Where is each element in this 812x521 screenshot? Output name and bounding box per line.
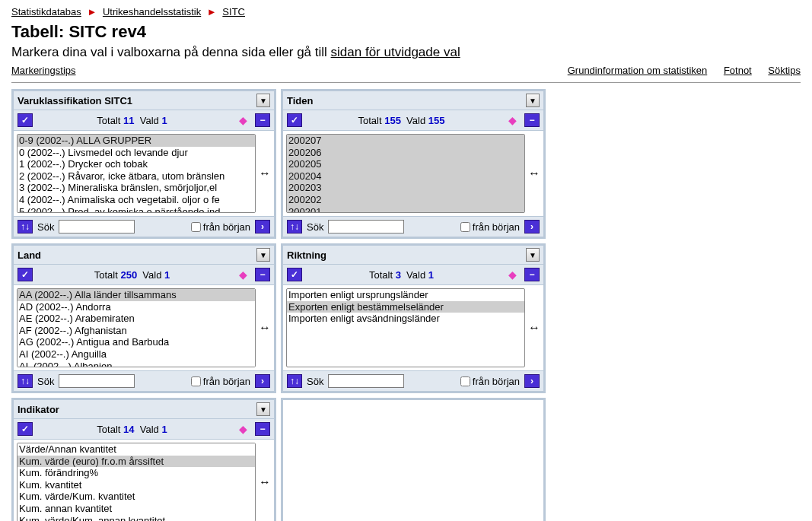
chevron-down-icon[interactable]: ▼ xyxy=(526,94,540,107)
sort-button[interactable]: ↑↓ xyxy=(18,220,33,233)
list-item[interactable]: Exporten enligt bestämmelseländer xyxy=(287,301,524,313)
expand-icon[interactable]: ↔ xyxy=(259,167,271,180)
panel-title: Varuklassifikation SITC1 xyxy=(18,95,256,106)
list-item[interactable]: 200205 xyxy=(287,158,524,170)
list-item[interactable]: AF (2002--.) Afghanistan xyxy=(18,325,255,337)
panel-header: Tiden▼ xyxy=(283,91,543,110)
from-start-wrapper: från början xyxy=(191,376,250,387)
list-item[interactable]: AE (2002--.) Arabemiraten xyxy=(18,313,255,325)
basic-info-link[interactable]: Grundinformation om statistiken xyxy=(568,65,708,76)
chevron-down-icon[interactable]: ▼ xyxy=(526,248,540,262)
breadcrumb-link-2[interactable]: SITC xyxy=(222,6,245,17)
list-item[interactable]: Kum. värde/Kum. annan kvantitet xyxy=(18,515,255,521)
breadcrumb-link-1[interactable]: Utrikeshandelsstatistik xyxy=(103,6,201,17)
select-all-button[interactable]: ✓ xyxy=(18,422,33,436)
search-input[interactable] xyxy=(59,220,135,233)
list-item[interactable]: Importen enligt avsändningsländer xyxy=(287,313,524,325)
list-item[interactable]: AD (2002--.) Andorra xyxy=(18,301,255,313)
value-listbox[interactable]: Värde/Annan kvantitetKum. värde (euro) f… xyxy=(17,443,256,521)
list-item[interactable]: 0-9 (2002--.) ALLA GRUPPER xyxy=(18,135,255,147)
list-item[interactable]: 200207 xyxy=(287,135,524,147)
sort-button[interactable]: ↑↓ xyxy=(287,220,302,233)
stats-text: Totalt 3 Vald 1 xyxy=(302,269,501,281)
from-start-checkbox[interactable] xyxy=(460,222,470,232)
search-go-button[interactable]: › xyxy=(524,220,540,233)
list-item[interactable]: AL (2002--.) Albanien xyxy=(18,361,255,367)
deselect-all-button[interactable]: − xyxy=(524,268,540,281)
value-listbox[interactable]: 0-9 (2002--.) ALLA GRUPPER0 (2002--.) Li… xyxy=(17,134,256,213)
chevron-down-icon[interactable]: ▼ xyxy=(256,248,270,262)
search-input[interactable] xyxy=(328,220,404,233)
search-go-button[interactable]: › xyxy=(255,374,270,388)
deselect-all-button[interactable]: − xyxy=(255,268,270,281)
from-start-wrapper: från början xyxy=(460,376,520,387)
sort-button[interactable]: ↑↓ xyxy=(287,374,302,388)
stats-text: Totalt 11 Vald 1 xyxy=(33,115,231,126)
list-item[interactable]: Kum. värde/Kum. kvantitet xyxy=(18,491,255,503)
variable-panel: Riktning▼✓Totalt 3 Vald 1◆−Importen enli… xyxy=(281,243,546,393)
deselect-all-button[interactable]: − xyxy=(255,113,270,127)
expand-icon[interactable]: ↔ xyxy=(259,321,271,335)
list-item[interactable]: AA (2002--.) Alla länder tillsammans xyxy=(18,289,255,301)
from-start-checkbox[interactable] xyxy=(191,222,201,232)
search-go-button[interactable]: › xyxy=(524,374,540,388)
panel-stats: ✓Totalt 155 Vald 155◆− xyxy=(283,110,543,131)
select-all-button[interactable]: ✓ xyxy=(18,113,33,127)
list-item[interactable]: 2 (2002--.) Råvaror, icke ätbara, utom b… xyxy=(18,170,255,183)
panel-title: Land xyxy=(18,249,256,261)
value-listbox[interactable]: AA (2002--.) Alla länder tillsammansAD (… xyxy=(17,288,256,367)
diamond-icon: ◆ xyxy=(239,268,247,281)
deselect-all-button[interactable]: − xyxy=(255,422,270,436)
list-item[interactable]: 200203 xyxy=(287,182,524,194)
footnote-link[interactable]: Fotnot xyxy=(724,65,752,76)
list-item[interactable]: 1 (2002--.) Drycker och tobak xyxy=(18,158,255,170)
search-input[interactable] xyxy=(328,374,404,388)
list-item[interactable]: 4 (2002--.) Animaliska och vegetabil. ol… xyxy=(18,194,255,206)
list-item[interactable]: Importen enligt ursprungsländer xyxy=(287,289,524,301)
chevron-down-icon[interactable]: ▼ xyxy=(256,402,270,416)
select-all-button[interactable]: ✓ xyxy=(287,113,302,127)
list-item[interactable]: Kum. värde (euro) fr.o.m årssiftet xyxy=(18,456,255,468)
list-item[interactable]: 3 (2002--.) Mineraliska bränslen, smörjo… xyxy=(18,182,255,194)
select-all-button[interactable]: ✓ xyxy=(18,268,33,281)
deselect-all-button[interactable]: − xyxy=(524,113,540,127)
marking-tips-link[interactable]: Markeringstips xyxy=(11,65,76,76)
variable-panel: Indikator▼✓Totalt 14 Vald 1◆−Värde/Annan… xyxy=(11,398,276,521)
panel-header: Indikator▼ xyxy=(14,400,274,419)
from-start-checkbox[interactable] xyxy=(191,376,201,386)
list-item[interactable]: AG (2002--.) Antigua and Barbuda xyxy=(18,336,255,348)
page-title: Tabell: SITC rev4 xyxy=(11,22,801,42)
value-listbox[interactable]: Importen enligt ursprungsländerExporten … xyxy=(286,288,525,367)
panel-stats: ✓Totalt 250 Vald 1◆− xyxy=(14,265,274,285)
empty-panel xyxy=(281,398,546,521)
value-listbox[interactable]: 2002072002062002052002042002032002022002… xyxy=(286,134,525,213)
list-item[interactable]: AI (2002--.) Anguilla xyxy=(18,348,255,361)
expanded-selection-link[interactable]: sidan för utvidgade val xyxy=(331,45,460,59)
list-item[interactable]: Kum. annan kvantitet xyxy=(18,503,255,515)
list-item[interactable]: 200201 xyxy=(287,206,524,213)
from-start-label: från början xyxy=(203,376,250,387)
search-tips-link[interactable]: Söktips xyxy=(768,65,801,76)
list-item[interactable]: 5 (2002--.) Prod. av kemiska o närståend… xyxy=(18,206,255,213)
list-item[interactable]: Kum. kvantitet xyxy=(18,479,255,491)
breadcrumb-link-0[interactable]: Statistikdatabas xyxy=(11,6,81,17)
list-item[interactable]: 0 (2002--.) Livsmedel och levande djur xyxy=(18,147,255,159)
expand-icon[interactable]: ↔ xyxy=(528,167,540,180)
expand-icon[interactable]: ↔ xyxy=(259,475,271,489)
stats-text: Totalt 155 Vald 155 xyxy=(302,115,501,126)
arrow-icon: ► xyxy=(87,6,97,17)
chevron-down-icon[interactable]: ▼ xyxy=(256,94,270,107)
list-item[interactable]: Värde/Annan kvantitet xyxy=(18,443,255,456)
list-item[interactable]: 200202 xyxy=(287,194,524,206)
search-input[interactable] xyxy=(59,374,135,388)
list-item[interactable]: Kum. förändring% xyxy=(18,467,255,479)
from-start-checkbox[interactable] xyxy=(460,376,470,386)
expand-icon[interactable]: ↔ xyxy=(528,321,540,335)
selection-panels: Varuklassifikation SITC1▼✓Totalt 11 Vald… xyxy=(11,89,801,521)
list-item[interactable]: 200204 xyxy=(287,170,524,183)
list-item[interactable]: 200206 xyxy=(287,147,524,159)
diamond-icon: ◆ xyxy=(239,114,247,126)
select-all-button[interactable]: ✓ xyxy=(287,268,302,281)
sort-button[interactable]: ↑↓ xyxy=(18,374,33,388)
search-go-button[interactable]: › xyxy=(255,220,270,233)
